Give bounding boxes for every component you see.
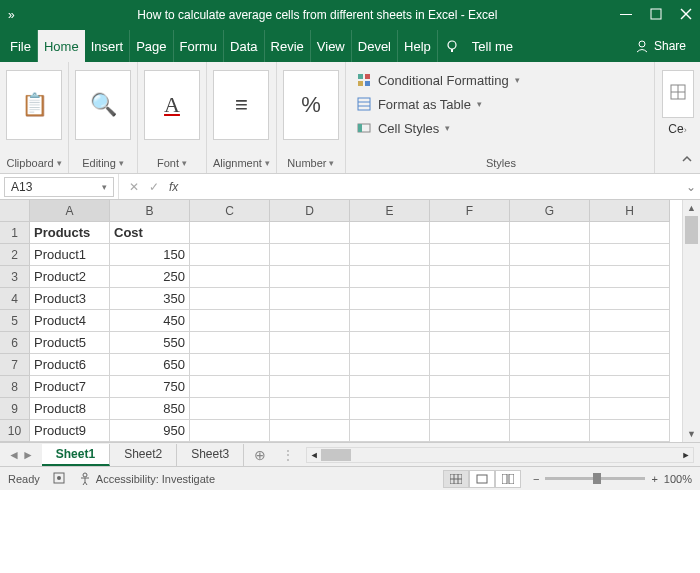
format-as-table-button[interactable]: Format as Table▾ (356, 92, 646, 116)
page-break-view-button[interactable] (495, 470, 521, 488)
row-header-7[interactable]: 7 (0, 354, 30, 376)
cell-c9[interactable] (190, 398, 270, 420)
zoom-slider[interactable] (545, 477, 645, 480)
cell-h7[interactable] (590, 354, 670, 376)
cell-a8[interactable]: Product7 (30, 376, 110, 398)
cell-f3[interactable] (430, 266, 510, 288)
cell-g8[interactable] (510, 376, 590, 398)
cell-h1[interactable] (590, 222, 670, 244)
cell-d10[interactable] (270, 420, 350, 442)
expand-formula-bar-icon[interactable]: ⌄ (682, 180, 700, 194)
cell-g3[interactable] (510, 266, 590, 288)
conditional-formatting-button[interactable]: Conditional Formatting▾ (356, 68, 646, 92)
cell-c7[interactable] (190, 354, 270, 376)
row-header-2[interactable]: 2 (0, 244, 30, 266)
cell-h3[interactable] (590, 266, 670, 288)
cell-styles-button[interactable]: Cell Styles▾ (356, 116, 646, 140)
cell-b1[interactable]: Cost (110, 222, 190, 244)
cell-d3[interactable] (270, 266, 350, 288)
cell-c3[interactable] (190, 266, 270, 288)
menu-page[interactable]: Page (130, 30, 173, 62)
hscroll-thumb[interactable] (321, 449, 351, 461)
cell-a6[interactable]: Product5 (30, 332, 110, 354)
scroll-up-icon[interactable]: ▲ (683, 200, 700, 216)
cell-d9[interactable] (270, 398, 350, 420)
cell-e9[interactable] (350, 398, 430, 420)
chevron-down-icon[interactable]: ▾ (515, 75, 520, 85)
cells-button[interactable] (662, 70, 694, 118)
scroll-down-icon[interactable]: ▼ (683, 426, 700, 442)
cell-f10[interactable] (430, 420, 510, 442)
menu-file[interactable]: File (4, 30, 38, 62)
clipboard-button[interactable]: 📋 (6, 70, 62, 140)
chevron-down-icon[interactable]: ▾ (57, 158, 62, 168)
row-header-10[interactable]: 10 (0, 420, 30, 442)
row-header-1[interactable]: 1 (0, 222, 30, 244)
cell-a9[interactable]: Product8 (30, 398, 110, 420)
sheet-tab-sheet3[interactable]: Sheet3 (177, 444, 244, 466)
cell-e10[interactable] (350, 420, 430, 442)
cell-d6[interactable] (270, 332, 350, 354)
tab-nav-next-icon[interactable]: ► (22, 448, 34, 462)
column-header-A[interactable]: A (30, 200, 110, 222)
cell-e6[interactable] (350, 332, 430, 354)
alignment-button[interactable]: ≡ (213, 70, 269, 140)
column-header-D[interactable]: D (270, 200, 350, 222)
cell-b3[interactable]: 250 (110, 266, 190, 288)
sheet-tab-sheet1[interactable]: Sheet1 (42, 444, 110, 466)
enter-formula-icon[interactable]: ✓ (149, 180, 159, 194)
cell-h6[interactable] (590, 332, 670, 354)
number-button[interactable]: % (283, 70, 339, 140)
cell-e1[interactable] (350, 222, 430, 244)
cell-f9[interactable] (430, 398, 510, 420)
column-header-C[interactable]: C (190, 200, 270, 222)
menu-help[interactable]: Help (398, 30, 438, 62)
chevron-down-icon[interactable]: ▾ (102, 182, 107, 192)
column-header-E[interactable]: E (350, 200, 430, 222)
font-button[interactable]: A (144, 70, 200, 140)
cell-a3[interactable]: Product2 (30, 266, 110, 288)
chevron-down-icon[interactable]: ▾ (119, 158, 124, 168)
cell-d7[interactable] (270, 354, 350, 376)
new-sheet-button[interactable]: ⊕ (244, 447, 276, 463)
cell-a2[interactable]: Product1 (30, 244, 110, 266)
cell-c10[interactable] (190, 420, 270, 442)
cell-b7[interactable]: 650 (110, 354, 190, 376)
vertical-scrollbar[interactable]: ▲ ▼ (682, 200, 700, 442)
cell-a5[interactable]: Product4 (30, 310, 110, 332)
vscroll-thumb[interactable] (685, 216, 698, 244)
cell-c6[interactable] (190, 332, 270, 354)
cell-e7[interactable] (350, 354, 430, 376)
share-button[interactable]: Share (625, 30, 696, 62)
chevron-down-icon[interactable]: ▾ (182, 158, 187, 168)
cancel-formula-icon[interactable]: ✕ (129, 180, 139, 194)
fx-icon[interactable]: fx (169, 180, 178, 194)
cell-g10[interactable] (510, 420, 590, 442)
cell-e4[interactable] (350, 288, 430, 310)
page-layout-view-button[interactable] (469, 470, 495, 488)
cell-e5[interactable] (350, 310, 430, 332)
menu-revie[interactable]: Revie (265, 30, 311, 62)
spreadsheet-grid[interactable]: ABCDEFGH 1ProductsCost2Product11503Produ… (0, 200, 682, 442)
select-all-corner[interactable] (0, 200, 30, 222)
cell-g7[interactable] (510, 354, 590, 376)
tab-nav-prev-icon[interactable]: ◄ (8, 448, 20, 462)
editing-button[interactable]: 🔍 (75, 70, 131, 140)
cell-b4[interactable]: 350 (110, 288, 190, 310)
cell-b8[interactable]: 750 (110, 376, 190, 398)
menu-data[interactable]: Data (224, 30, 264, 62)
cell-g5[interactable] (510, 310, 590, 332)
cell-h10[interactable] (590, 420, 670, 442)
cell-f1[interactable] (430, 222, 510, 244)
cell-h2[interactable] (590, 244, 670, 266)
tellme-bulb-icon[interactable] (438, 30, 466, 62)
cell-h9[interactable] (590, 398, 670, 420)
cell-d8[interactable] (270, 376, 350, 398)
cell-g4[interactable] (510, 288, 590, 310)
menu-home[interactable]: Home (38, 30, 85, 62)
cell-g9[interactable] (510, 398, 590, 420)
cell-g1[interactable] (510, 222, 590, 244)
cell-h4[interactable] (590, 288, 670, 310)
cell-d5[interactable] (270, 310, 350, 332)
menu-devel[interactable]: Devel (352, 30, 398, 62)
